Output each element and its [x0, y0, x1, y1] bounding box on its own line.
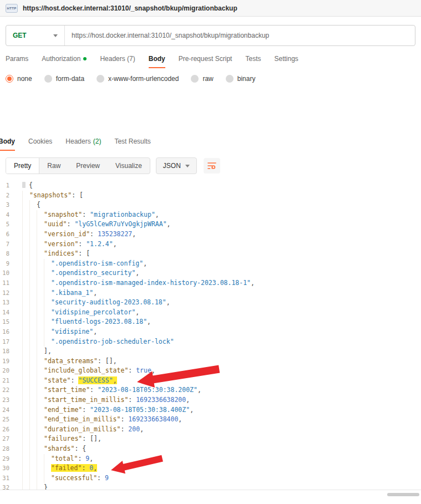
view-tab-label: Raw [47, 162, 60, 170]
indent-guide [22, 464, 29, 474]
indent-guide [37, 385, 44, 395]
code-line: 21"state": "SUCCESS", [0, 376, 421, 386]
code-token: , [135, 269, 139, 277]
code-token: 1692336638200 [136, 396, 186, 404]
line-number: 10 [0, 268, 14, 278]
code-token: ], [44, 347, 52, 355]
indent-guide [22, 191, 29, 201]
body-type-binary[interactable]: binary [226, 75, 256, 83]
radio-label: x-www-form-urlencoded [108, 75, 179, 83]
method-select[interactable]: GET [6, 26, 65, 45]
body-type-raw[interactable]: raw [191, 75, 213, 83]
code-line: 8"indices": [ [0, 249, 421, 259]
code-token: : [], [98, 357, 117, 365]
tab-test-results[interactable]: Test Results [114, 138, 150, 151]
code-token: : [ [78, 250, 90, 257]
line-number: 18 [0, 347, 14, 357]
tab-tests[interactable]: Tests [245, 55, 261, 68]
code-token: "start_time" [44, 386, 90, 394]
indent-guide [37, 210, 44, 220]
indent-guide [29, 327, 37, 337]
indent-guide [22, 347, 29, 357]
view-tab-preview[interactable]: Preview [68, 158, 108, 174]
code-token: , [93, 289, 97, 297]
indent-guide [37, 317, 44, 327]
indent-guide [22, 249, 29, 259]
indent-guide [22, 385, 29, 395]
request-url-input[interactable] [65, 26, 415, 45]
tab-settings[interactable]: Settings [274, 55, 298, 68]
horizontal-scrollbar[interactable] [387, 493, 419, 496]
response-view-controls: Pretty Raw Preview Visualize JSON [6, 157, 415, 174]
line-number: 24 [0, 405, 14, 415]
http-request-icon: HTTP [6, 4, 18, 13]
code-token: "snapshots" [29, 191, 72, 199]
body-type-none[interactable]: none [6, 75, 32, 83]
indent-guide [22, 415, 29, 425]
code-token: ".opendistro_security" [51, 269, 135, 277]
tab-pre-request-script[interactable]: Pre-request Script [179, 55, 232, 68]
indent-guide [37, 230, 44, 240]
line-number: 8 [0, 249, 14, 259]
tab-label: Headers (7) [100, 55, 135, 63]
indent-guide [22, 434, 29, 444]
request-tabs: Params Authorization Headers (7) Body Pr… [6, 55, 415, 68]
indent-guide [37, 425, 44, 435]
code-token: , [151, 366, 155, 374]
wrap-text-icon[interactable] [204, 158, 220, 174]
indent-guide [29, 249, 37, 259]
indent-guide [22, 308, 29, 318]
code-token: 200 [128, 425, 140, 433]
indent-guide [29, 464, 37, 474]
format-select[interactable]: JSON [156, 157, 197, 174]
code-token: : [78, 240, 86, 248]
tab-body[interactable]: Body [149, 55, 165, 68]
line-number: 19 [0, 357, 14, 366]
indent-guide [44, 474, 51, 483]
tab-response-cookies[interactable]: Cookies [28, 138, 52, 151]
indent-guide [29, 259, 37, 269]
view-tab-visualize[interactable]: Visualize [108, 158, 150, 174]
radio-label: binary [237, 75, 256, 83]
tab-params[interactable]: Params [6, 55, 28, 68]
view-tab-raw[interactable]: Raw [39, 158, 68, 174]
code-token: , [93, 328, 97, 335]
code-line: 20"include_global_state": true, [0, 366, 421, 376]
indent-guide [29, 220, 37, 230]
code-line: 31"successful": 9 [0, 474, 421, 483]
tab-headers[interactable]: Headers (7) [100, 55, 135, 68]
code-token: "successful" [51, 474, 97, 482]
code-token: "start_time_in_millis" [44, 396, 128, 404]
body-type-x-www-form-urlencoded[interactable]: x-www-form-urlencoded [97, 75, 179, 83]
indent-guide [37, 357, 44, 366]
view-tab-pretty[interactable]: Pretty [6, 158, 39, 174]
indent-guide [22, 220, 29, 230]
code-line: 25"end_time_in_millis": 1692336638400, [0, 415, 421, 425]
code-token: "indices" [44, 250, 78, 257]
indent-guide [37, 288, 44, 298]
indent-guide [37, 395, 44, 405]
tab-authorization[interactable]: Authorization [42, 55, 87, 68]
indent-guide [37, 366, 44, 376]
code-token: , [190, 406, 194, 414]
fold-marker-icon[interactable] [22, 182, 26, 188]
tab-response-headers[interactable]: Headers (2) [65, 138, 101, 151]
code-token: "failures" [44, 435, 82, 442]
tab-response-body[interactable]: Body [0, 138, 15, 151]
code-token: : [ [72, 191, 83, 199]
code-token: "lyG5lCewR7uYvOgkjpWRAA" [74, 220, 166, 228]
code-token: "2023-08-18T05:30:38.400Z" [90, 406, 190, 414]
line-number: 21 [0, 376, 14, 386]
tab-label: Body [149, 55, 165, 63]
indent-guide [29, 298, 37, 308]
code-token: ".opendistro-ism-managed-index-history-2… [51, 279, 251, 287]
indent-guide [22, 454, 29, 464]
radio-label: none [17, 75, 32, 83]
radio-icon [191, 75, 199, 83]
tab-label: Tests [245, 55, 261, 63]
body-type-form-data[interactable]: form-data [44, 75, 84, 83]
code-token: , [166, 298, 170, 306]
request-url-bar: GET [6, 25, 415, 46]
code-line: 7"version": "1.2.4", [0, 240, 421, 250]
code-token: , [178, 415, 182, 423]
